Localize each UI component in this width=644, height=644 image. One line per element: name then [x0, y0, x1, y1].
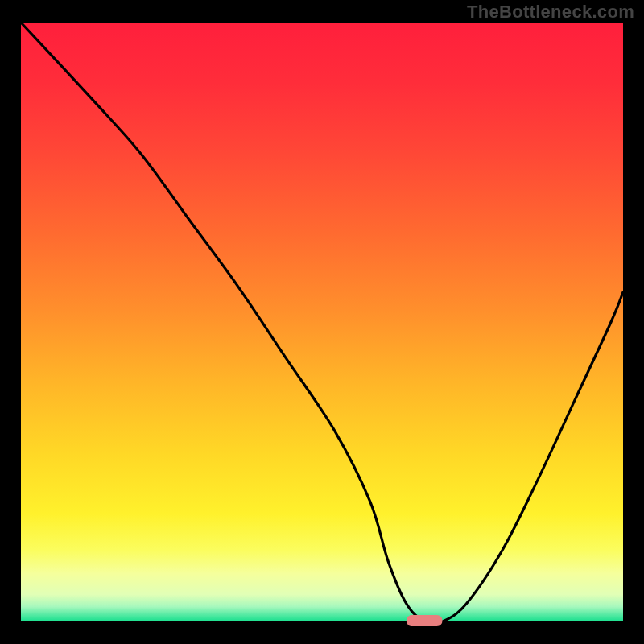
chart-root: TheBottleneck.com — [0, 0, 644, 644]
watermark-label: TheBottleneck.com — [467, 2, 634, 23]
plot-area — [21, 23, 623, 621]
minimum-marker — [407, 615, 443, 626]
chart-svg — [0, 0, 644, 644]
